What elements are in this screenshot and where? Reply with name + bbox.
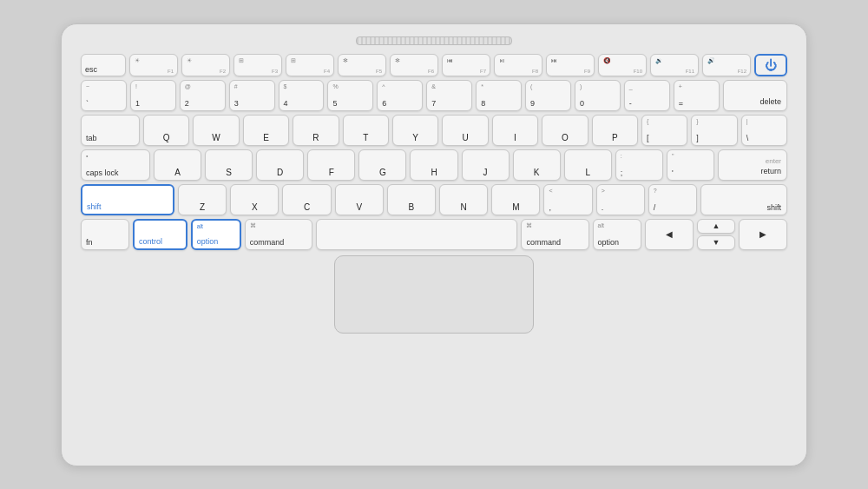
key-control[interactable]: control	[133, 219, 187, 250]
key-semicolon[interactable]: : ;	[615, 149, 663, 181]
key-esc[interactable]: esc	[81, 54, 126, 76]
key-arrow-down[interactable]: ▼	[697, 235, 735, 250]
key-1[interactable]: ! 1	[130, 80, 176, 111]
key-quote[interactable]: " '	[667, 149, 714, 181]
key-shift-left[interactable]: shift	[81, 184, 174, 215]
key-l[interactable]: L	[564, 149, 612, 181]
key-backtick[interactable]: ~ `	[81, 80, 127, 111]
key-w[interactable]: W	[193, 115, 239, 146]
key-j[interactable]: J	[462, 149, 510, 181]
key-f9[interactable]: ⏭ F9	[546, 54, 595, 76]
key-m[interactable]: M	[491, 184, 540, 215]
key-space[interactable]	[316, 219, 518, 250]
key-o[interactable]: O	[542, 115, 588, 146]
key-q[interactable]: Q	[143, 115, 189, 146]
key-arrow-right[interactable]: ▶	[739, 219, 787, 250]
key-f12[interactable]: 🔊 F12	[702, 54, 751, 76]
key-r[interactable]: R	[293, 115, 339, 146]
key-u[interactable]: U	[442, 115, 488, 146]
key-x[interactable]: X	[230, 184, 279, 215]
key-f6[interactable]: ✻ F6	[390, 54, 438, 76]
key-backslash[interactable]: | \	[741, 115, 787, 146]
key-f10[interactable]: 🔇 F10	[598, 54, 647, 76]
key-p[interactable]: P	[592, 115, 638, 146]
modifier-key-row: fn control alt option ⌘ command ⌘ comman…	[81, 219, 787, 250]
key-command-left[interactable]: ⌘ command	[245, 219, 312, 250]
key-comma[interactable]: < ,	[543, 184, 592, 215]
key-arrow-up[interactable]: ▲	[697, 219, 735, 234]
key-k[interactable]: K	[513, 149, 561, 181]
key-fn[interactable]: fn	[81, 219, 129, 250]
speaker-grille	[356, 36, 512, 45]
key-f[interactable]: F	[307, 149, 355, 181]
key-lbracket[interactable]: { [	[641, 115, 687, 146]
key-option-left[interactable]: alt option	[191, 219, 241, 250]
key-f1[interactable]: ☀ F1	[129, 54, 178, 76]
key-equals[interactable]: + =	[674, 80, 720, 111]
key-power[interactable]: ⏻	[754, 54, 787, 76]
key-shift-right[interactable]: shift	[700, 184, 787, 215]
key-g[interactable]: G	[358, 149, 406, 181]
key-0[interactable]: ) 0	[575, 80, 621, 111]
key-d[interactable]: D	[256, 149, 304, 181]
key-4[interactable]: $ 4	[279, 80, 325, 111]
key-2[interactable]: @ 2	[180, 80, 226, 111]
key-minus[interactable]: _ -	[624, 80, 670, 111]
number-key-row: ~ ` ! 1 @ 2 # 3 $ 4 % 5	[81, 80, 787, 111]
key-slash[interactable]: ? /	[648, 184, 697, 215]
key-f11[interactable]: 🔉 F11	[650, 54, 699, 76]
key-f7[interactable]: ⏮ F7	[442, 54, 490, 76]
laptop-body: esc ☀ F1 ☀ F2 ⊞ F3 ⊞ F4	[61, 23, 807, 466]
key-c[interactable]: C	[282, 184, 331, 215]
arrow-up-down-group: ▲ ▼	[697, 219, 735, 250]
key-tab[interactable]: tab	[81, 115, 140, 146]
power-icon: ⏻	[765, 58, 777, 72]
key-y[interactable]: Y	[392, 115, 438, 146]
key-b[interactable]: B	[387, 184, 436, 215]
fn-key-row: esc ☀ F1 ☀ F2 ⊞ F3 ⊞ F4	[81, 54, 787, 76]
key-3[interactable]: # 3	[229, 80, 275, 111]
trackpad-row	[334, 255, 534, 334]
key-5[interactable]: % 5	[327, 80, 373, 111]
key-n[interactable]: N	[439, 184, 488, 215]
key-i[interactable]: I	[492, 115, 538, 146]
key-capslock[interactable]: • caps lock	[81, 149, 150, 181]
key-f5[interactable]: ✻ F5	[338, 54, 386, 76]
key-9[interactable]: ( 9	[525, 80, 571, 111]
key-enter[interactable]: enter return	[718, 149, 787, 181]
key-delete[interactable]: delete	[723, 80, 787, 111]
qwerty-key-row: tab Q W E R T Y U I O P { [ } ] | \	[81, 115, 787, 146]
zxcv-key-row: shift Z X C V B N M < , > . ? / shift	[81, 184, 787, 215]
key-v[interactable]: V	[335, 184, 384, 215]
key-f3[interactable]: ⊞ F3	[233, 54, 282, 76]
key-6[interactable]: ^ 6	[377, 80, 423, 111]
key-rbracket[interactable]: } ]	[691, 115, 737, 146]
key-period[interactable]: > .	[596, 184, 645, 215]
asdf-key-row: • caps lock A S D F G H J K L : ; " ' en…	[81, 149, 787, 181]
key-option-right[interactable]: alt option	[593, 219, 641, 250]
key-z[interactable]: Z	[178, 184, 227, 215]
key-f2[interactable]: ☀ F2	[181, 54, 230, 76]
trackpad[interactable]	[334, 255, 534, 334]
key-e[interactable]: E	[243, 115, 289, 146]
key-arrow-left[interactable]: ◀	[645, 219, 694, 250]
key-command-right[interactable]: ⌘ command	[521, 219, 589, 250]
key-t[interactable]: T	[343, 115, 389, 146]
key-f4[interactable]: ⊞ F4	[286, 54, 334, 76]
key-f8[interactable]: ⏯ F8	[494, 54, 542, 76]
key-a[interactable]: A	[154, 149, 201, 181]
keyboard-area: esc ☀ F1 ☀ F2 ⊞ F3 ⊞ F4	[81, 54, 787, 250]
key-s[interactable]: S	[205, 149, 253, 181]
key-8[interactable]: * 8	[476, 80, 522, 111]
key-7[interactable]: & 7	[426, 80, 472, 111]
key-h[interactable]: H	[410, 149, 457, 181]
